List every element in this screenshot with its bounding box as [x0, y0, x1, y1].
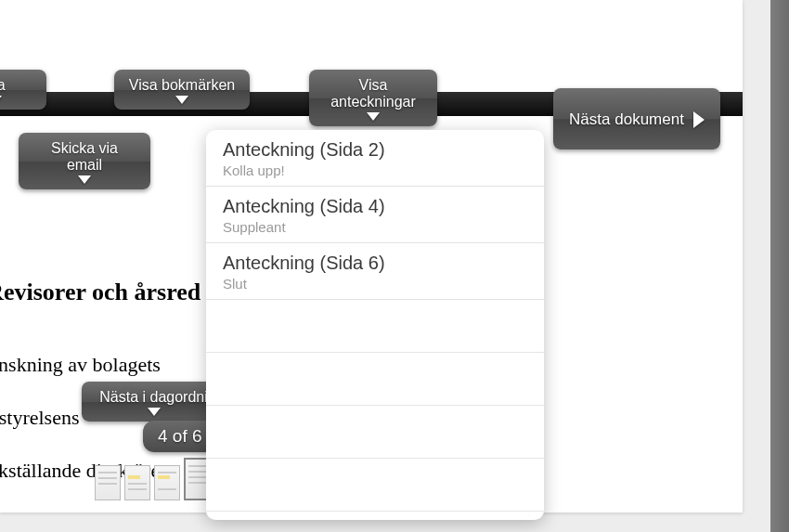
- send-email-button[interactable]: Skicka via email: [19, 133, 150, 189]
- para-frag: granskning av bolagets: [0, 353, 161, 376]
- thumbnail-page[interactable]: [95, 465, 121, 500]
- note-subtitle: Suppleant: [223, 219, 527, 235]
- chevron-down-icon: [367, 112, 380, 121]
- next-agenda-label: Nästa i dagordni: [99, 389, 208, 406]
- chevron-down-icon: [78, 175, 91, 184]
- note-title: Anteckning (Sida 4): [223, 196, 527, 217]
- show-notes-button[interactable]: Visa anteckningar: [309, 70, 437, 126]
- para-frag: an en revisor: [0, 512, 78, 513]
- list-empty-row: [206, 353, 544, 406]
- email-label: Skicka via email: [32, 140, 137, 174]
- notes-label: Visa anteckningar: [322, 77, 424, 110]
- note-title: Anteckning (Sida 6): [223, 253, 527, 274]
- chevron-down-icon: [148, 408, 161, 416]
- prev-page-label: ida: [0, 77, 6, 94]
- page-thumbnails[interactable]: [95, 458, 215, 500]
- list-empty-row: [206, 406, 544, 459]
- next-document-label: Nästa dokument: [569, 110, 684, 129]
- prev-page-button[interactable]: ida: [0, 70, 46, 110]
- para-frag: mt styrelsens: [0, 406, 80, 429]
- bookmarks-label: Visa bokmärken: [129, 77, 235, 94]
- chevron-right-icon: [693, 111, 705, 128]
- chevron-down-icon: [0, 96, 2, 104]
- note-item[interactable]: Anteckning (Sida 6) Slut: [206, 243, 544, 300]
- thumbnail-page[interactable]: [154, 465, 180, 500]
- list-empty-row: [206, 300, 544, 353]
- page-counter-text: 4 of 6: [158, 426, 202, 446]
- note-item[interactable]: Anteckning (Sida 4) Suppleant: [206, 187, 544, 243]
- next-document-button[interactable]: Nästa dokument: [553, 88, 720, 149]
- note-subtitle: Slut: [223, 276, 527, 292]
- notes-popover: Anteckning (Sida 2) Kolla upp! Antecknin…: [206, 130, 544, 520]
- thumbnail-page[interactable]: [124, 465, 150, 500]
- note-title: Anteckning (Sida 2): [223, 139, 527, 161]
- list-empty-row: [206, 459, 544, 512]
- note-subtitle: Kolla upp!: [223, 162, 527, 178]
- show-bookmarks-button[interactable]: Visa bokmärken: [114, 70, 250, 110]
- right-gutter: [770, 0, 789, 532]
- note-item[interactable]: Anteckning (Sida 2) Kolla upp!: [206, 130, 544, 187]
- chevron-down-icon: [175, 96, 188, 104]
- next-agenda-button[interactable]: Nästa i dagordni: [82, 382, 226, 422]
